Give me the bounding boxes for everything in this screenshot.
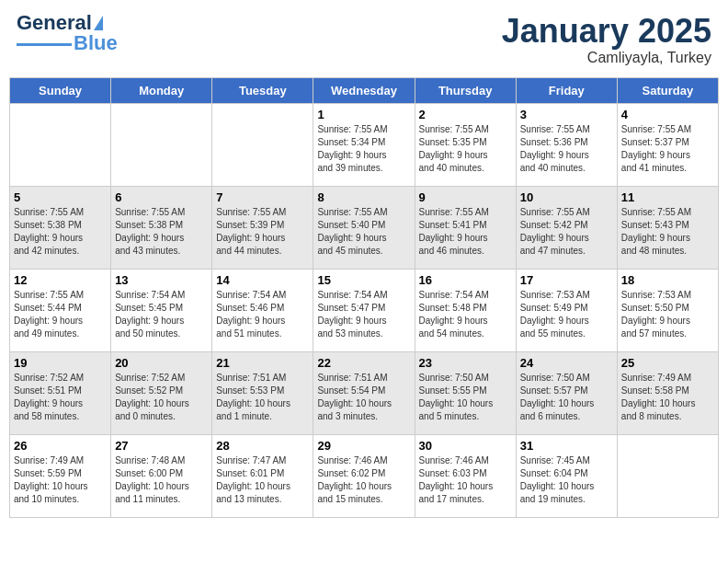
calendar-week-row: 26Sunrise: 7:49 AM Sunset: 5:59 PM Dayli… [10,434,719,517]
day-number: 9 [419,190,512,204]
day-info: Sunrise: 7:46 AM Sunset: 6:02 PM Dayligh… [317,454,410,506]
calendar-day-cell [111,103,212,186]
calendar-day-cell [617,434,718,517]
day-info: Sunrise: 7:54 AM Sunset: 5:48 PM Dayligh… [419,289,512,340]
day-info: Sunrise: 7:54 AM Sunset: 5:46 PM Dayligh… [216,289,309,340]
calendar-day-cell: 3Sunrise: 7:55 AM Sunset: 5:36 PM Daylig… [516,103,617,186]
day-of-week-header: Sunday [10,77,111,103]
day-of-week-header: Thursday [415,77,516,103]
day-info: Sunrise: 7:51 AM Sunset: 5:53 PM Dayligh… [216,372,309,423]
calendar-day-cell: 4Sunrise: 7:55 AM Sunset: 5:37 PM Daylig… [617,103,718,186]
day-number: 29 [317,439,410,453]
day-info: Sunrise: 7:55 AM Sunset: 5:41 PM Dayligh… [419,206,512,258]
calendar-week-row: 19Sunrise: 7:52 AM Sunset: 5:51 PM Dayli… [10,351,719,434]
logo-triangle-icon [94,16,103,30]
calendar-day-cell: 5Sunrise: 7:55 AM Sunset: 5:38 PM Daylig… [10,186,111,269]
day-info: Sunrise: 7:55 AM Sunset: 5:34 PM Dayligh… [317,123,410,175]
calendar-table: SundayMondayTuesdayWednesdayThursdayFrid… [9,77,719,518]
day-number: 28 [216,439,309,453]
day-number: 10 [520,190,613,204]
day-of-week-header: Friday [516,77,617,103]
day-number: 30 [419,439,512,453]
day-number: 19 [14,356,107,370]
day-number: 1 [317,108,410,121]
logo-line [17,43,72,46]
calendar-day-cell: 30Sunrise: 7:46 AM Sunset: 6:03 PM Dayli… [415,434,516,517]
calendar-day-cell: 16Sunrise: 7:54 AM Sunset: 5:48 PM Dayli… [415,269,516,351]
calendar-day-cell: 10Sunrise: 7:55 AM Sunset: 5:42 PM Dayli… [516,186,617,269]
day-info: Sunrise: 7:47 AM Sunset: 6:01 PM Dayligh… [216,454,309,506]
calendar-day-cell: 24Sunrise: 7:50 AM Sunset: 5:57 PM Dayli… [516,351,617,434]
calendar-day-cell: 11Sunrise: 7:55 AM Sunset: 5:43 PM Dayli… [617,186,718,269]
calendar-day-cell [10,103,111,186]
day-number: 2 [419,108,512,121]
calendar-day-cell: 1Sunrise: 7:55 AM Sunset: 5:34 PM Daylig… [313,103,415,186]
day-info: Sunrise: 7:55 AM Sunset: 5:37 PM Dayligh… [621,123,714,175]
logo: General Blue [17,13,118,53]
day-info: Sunrise: 7:55 AM Sunset: 5:40 PM Dayligh… [317,206,410,258]
page-header: General Blue January 2025 Camliyayla, Tu… [9,9,719,70]
day-info: Sunrise: 7:49 AM Sunset: 5:58 PM Dayligh… [621,372,714,423]
day-number: 16 [419,273,512,287]
calendar-day-cell: 15Sunrise: 7:54 AM Sunset: 5:47 PM Dayli… [313,269,415,351]
day-info: Sunrise: 7:50 AM Sunset: 5:57 PM Dayligh… [520,372,613,423]
calendar-day-cell: 27Sunrise: 7:48 AM Sunset: 6:00 PM Dayli… [111,434,212,517]
day-number: 7 [216,190,309,204]
calendar-day-cell: 9Sunrise: 7:55 AM Sunset: 5:41 PM Daylig… [415,186,516,269]
day-info: Sunrise: 7:55 AM Sunset: 5:44 PM Dayligh… [14,289,107,340]
day-number: 14 [216,273,309,287]
calendar-day-cell: 28Sunrise: 7:47 AM Sunset: 6:01 PM Dayli… [212,434,313,517]
day-info: Sunrise: 7:49 AM Sunset: 5:59 PM Dayligh… [14,454,107,506]
calendar-day-cell: 6Sunrise: 7:55 AM Sunset: 5:38 PM Daylig… [111,186,212,269]
day-of-week-header: Wednesday [313,77,415,103]
day-number: 27 [115,439,208,453]
day-number: 8 [317,190,410,204]
day-number: 13 [115,273,208,287]
day-info: Sunrise: 7:50 AM Sunset: 5:55 PM Dayligh… [419,372,512,423]
day-number: 23 [419,356,512,370]
calendar-day-cell: 26Sunrise: 7:49 AM Sunset: 5:59 PM Dayli… [10,434,111,517]
day-info: Sunrise: 7:55 AM Sunset: 5:36 PM Dayligh… [520,123,613,175]
calendar-week-row: 5Sunrise: 7:55 AM Sunset: 5:38 PM Daylig… [10,186,719,269]
calendar-day-cell: 21Sunrise: 7:51 AM Sunset: 5:53 PM Dayli… [212,351,313,434]
calendar-day-cell: 17Sunrise: 7:53 AM Sunset: 5:49 PM Dayli… [516,269,617,351]
calendar-day-cell: 14Sunrise: 7:54 AM Sunset: 5:46 PM Dayli… [212,269,313,351]
day-number: 3 [520,108,613,121]
calendar-day-cell: 22Sunrise: 7:51 AM Sunset: 5:54 PM Dayli… [313,351,415,434]
day-number: 20 [115,356,208,370]
calendar-day-cell: 31Sunrise: 7:45 AM Sunset: 6:04 PM Dayli… [516,434,617,517]
logo-blue: Blue [74,33,118,53]
day-of-week-header: Tuesday [212,77,313,103]
day-info: Sunrise: 7:46 AM Sunset: 6:03 PM Dayligh… [419,454,512,506]
day-number: 24 [520,356,613,370]
calendar-day-cell [212,103,313,186]
day-info: Sunrise: 7:55 AM Sunset: 5:38 PM Dayligh… [14,206,107,258]
day-number: 12 [14,273,107,287]
day-info: Sunrise: 7:55 AM Sunset: 5:39 PM Dayligh… [216,206,309,258]
day-number: 11 [621,190,714,204]
calendar-header-row: SundayMondayTuesdayWednesdayThursdayFrid… [10,77,719,103]
day-info: Sunrise: 7:55 AM Sunset: 5:43 PM Dayligh… [621,206,714,258]
month-title: January 2025 [502,13,711,50]
day-info: Sunrise: 7:53 AM Sunset: 5:50 PM Dayligh… [621,289,714,340]
calendar-day-cell: 13Sunrise: 7:54 AM Sunset: 5:45 PM Dayli… [111,269,212,351]
day-number: 17 [520,273,613,287]
day-info: Sunrise: 7:55 AM Sunset: 5:38 PM Dayligh… [115,206,208,258]
logo-general: General [17,13,92,33]
day-info: Sunrise: 7:52 AM Sunset: 5:51 PM Dayligh… [14,372,107,423]
day-of-week-header: Monday [111,77,212,103]
calendar-day-cell: 25Sunrise: 7:49 AM Sunset: 5:58 PM Dayli… [617,351,718,434]
day-info: Sunrise: 7:53 AM Sunset: 5:49 PM Dayligh… [520,289,613,340]
calendar-week-row: 1Sunrise: 7:55 AM Sunset: 5:34 PM Daylig… [10,103,719,186]
day-number: 4 [621,108,714,121]
day-info: Sunrise: 7:54 AM Sunset: 5:45 PM Dayligh… [115,289,208,340]
location: Camliyayla, Turkey [502,50,711,66]
calendar-day-cell: 8Sunrise: 7:55 AM Sunset: 5:40 PM Daylig… [313,186,415,269]
day-info: Sunrise: 7:54 AM Sunset: 5:47 PM Dayligh… [317,289,410,340]
day-number: 25 [621,356,714,370]
calendar-day-cell: 18Sunrise: 7:53 AM Sunset: 5:50 PM Dayli… [617,269,718,351]
day-info: Sunrise: 7:55 AM Sunset: 5:42 PM Dayligh… [520,206,613,258]
calendar-day-cell: 2Sunrise: 7:55 AM Sunset: 5:35 PM Daylig… [415,103,516,186]
day-number: 21 [216,356,309,370]
title-block: January 2025 Camliyayla, Turkey [502,13,711,66]
